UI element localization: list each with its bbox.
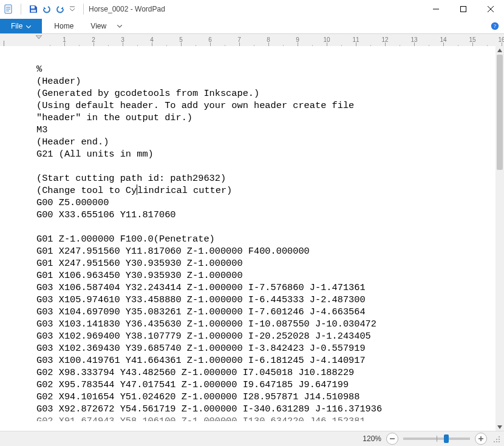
svg-point-19 — [494, 441, 495, 442]
svg-rect-8 — [460, 7, 466, 12]
svg-point-20 — [496, 441, 497, 442]
document-line[interactable]: (Generated by gcodetools from Inkscape.) — [36, 87, 498, 100]
title-bar: Horse_0002 - WordPad — [0, 0, 504, 19]
document-line[interactable]: G03 X102.969400 Y38.107779 Z-1.000000 I-… — [36, 330, 498, 342]
maximize-button[interactable] — [449, 0, 477, 18]
help-icon[interactable]: ? — [486, 19, 504, 33]
document-line[interactable]: G01 X106.963450 Y30.935930 Z-1.000000 — [36, 269, 498, 282]
document-line[interactable]: M3 — [36, 124, 498, 136]
qat-separator-2 — [83, 4, 84, 15]
svg-rect-4 — [31, 6, 35, 8]
file-tab[interactable]: File — [0, 19, 42, 33]
svg-point-17 — [496, 439, 497, 440]
zoom-slider-knob[interactable] — [444, 434, 449, 443]
svg-point-21 — [499, 441, 500, 442]
document-text[interactable]: %(Header)(Generated by gcodetools from I… — [0, 46, 504, 427]
svg-text:?: ? — [494, 23, 496, 29]
redo-icon[interactable] — [55, 4, 65, 14]
document-line[interactable]: G03 X105.974610 Y33.458880 Z-1.000000 I-… — [36, 294, 498, 306]
zoom-label: 120% — [363, 434, 381, 443]
document-line[interactable]: G02 X91.674943 Y58.106100 Z-1.000000 I13… — [36, 415, 498, 421]
document-line[interactable]: G03 X103.141830 Y36.435630 Z-1.000000 I-… — [36, 318, 498, 330]
svg-point-18 — [499, 439, 500, 440]
ribbon-collapse-caret-icon[interactable] — [115, 19, 128, 33]
document-line[interactable]: (Header) — [36, 75, 498, 87]
document-area[interactable]: %(Header)(Generated by gcodetools from I… — [0, 46, 504, 431]
document-line[interactable]: G02 X94.101654 Y51.024620 Z-1.000000 I28… — [36, 391, 498, 403]
document-line[interactable]: G21 (All units in mm) — [36, 148, 498, 160]
document-line[interactable]: (Change tool to Cylindrical cutter) — [36, 184, 498, 197]
document-line[interactable]: G01 Z-1.000000 F100.0(Penetrate) — [36, 233, 498, 245]
minimize-button[interactable] — [422, 0, 449, 18]
save-icon[interactable] — [29, 4, 38, 14]
status-bar: 120% — [0, 431, 504, 446]
document-line[interactable]: G02 X95.783544 Y47.017541 Z-1.000000 I9.… — [36, 379, 498, 391]
zoom-slider-midpoint — [437, 436, 437, 442]
document-line[interactable]: (Header end.) — [36, 136, 498, 148]
document-line[interactable]: "header" in the output dir.) — [36, 112, 498, 124]
undo-icon[interactable] — [42, 4, 52, 14]
wordpad-app-icon — [4, 4, 13, 14]
zoom-in-button[interactable] — [475, 433, 487, 445]
document-line[interactable]: G00 Z5.000000 — [36, 197, 498, 209]
scrollbar-track[interactable] — [495, 55, 504, 423]
qat-customize-chevron-icon[interactable] — [69, 4, 76, 14]
document-line[interactable]: G03 X104.697090 Y35.083261 Z-1.000000 I-… — [36, 306, 498, 318]
document-line[interactable]: G03 X100.419761 Y41.664361 Z-1.000000 I-… — [36, 354, 498, 367]
file-tab-label: File — [11, 22, 22, 30]
scrollbar-down-arrow-icon[interactable] — [495, 423, 504, 431]
document-line[interactable]: G02 X98.333794 Y43.482560 Z-1.000000 I7.… — [36, 367, 498, 379]
file-tab-caret-icon — [26, 22, 31, 30]
window-title: Horse_0002 - WordPad — [89, 5, 165, 13]
scrollbar-up-arrow-icon[interactable] — [495, 46, 504, 55]
zoom-out-button[interactable] — [386, 433, 398, 445]
svg-rect-5 — [31, 10, 36, 12]
document-line[interactable]: G03 X92.872672 Y54.561719 Z-1.000000 I-3… — [36, 403, 498, 415]
qat-separator — [21, 4, 21, 15]
document-line[interactable] — [36, 160, 498, 172]
svg-point-16 — [499, 436, 500, 438]
document-line[interactable]: G03 X106.587404 Y32.243414 Z-1.000000 I-… — [36, 282, 498, 294]
ribbon-tabs: File HomeView ? — [0, 19, 504, 34]
scrollbar-thumb[interactable] — [497, 55, 503, 170]
ruler-indent-marker-icon[interactable] — [36, 35, 42, 42]
quick-access-toolbar — [0, 4, 87, 15]
document-line[interactable]: (Using default header. To add your own h… — [36, 100, 498, 112]
document-line[interactable]: (Start cutting path id: path29632) — [36, 172, 498, 184]
document-line[interactable]: G03 X102.369430 Y39.685740 Z-1.000000 I-… — [36, 342, 498, 354]
document-line[interactable] — [36, 221, 498, 233]
document-line[interactable]: G01 X247.951560 Y11.817060 Z-1.000000 F4… — [36, 245, 498, 257]
document-line[interactable]: G00 X33.655106 Y11.817060 — [36, 209, 498, 221]
vertical-scrollbar[interactable] — [495, 46, 504, 431]
close-button[interactable] — [477, 0, 504, 18]
tab-view[interactable]: View — [82, 19, 115, 33]
document-line[interactable]: G01 X247.951560 Y30.935930 Z-1.000000 — [36, 257, 498, 269]
tab-home[interactable]: Home — [46, 19, 82, 33]
document-line[interactable]: % — [36, 63, 498, 75]
resize-grip-icon[interactable] — [492, 434, 500, 443]
zoom-slider[interactable] — [403, 438, 470, 440]
